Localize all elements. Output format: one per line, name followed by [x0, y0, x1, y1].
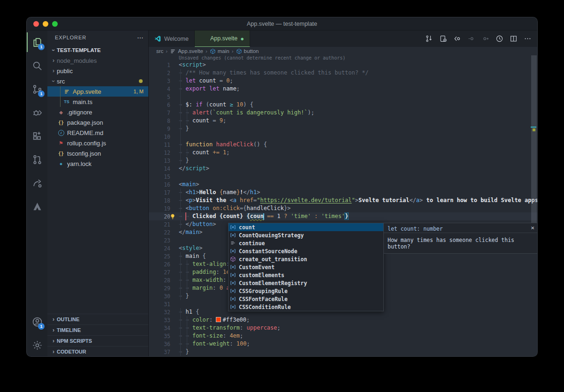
tree-item-main-ts[interactable]: TSmain.ts — [47, 97, 148, 107]
line-number: 30 — [149, 293, 170, 300]
activity-item-github-pull-requests-icon[interactable] — [27, 148, 47, 171]
tab-welcome[interactable]: Welcome — [149, 30, 195, 47]
scrollbar-thumb[interactable] — [531, 55, 537, 225]
yarn-file-icon: ● — [57, 161, 65, 166]
svelte-icon — [200, 35, 207, 42]
lightbulb-icon[interactable] — [169, 213, 176, 219]
tree-item--gitignore[interactable]: ◆.gitignore — [47, 107, 148, 117]
zoom-window-button[interactable] — [52, 21, 58, 27]
breadcrumb-item-button[interactable]: button — [236, 48, 259, 54]
line-number: 8 — [149, 118, 170, 124]
suggestion-continue[interactable]: continue — [229, 239, 383, 247]
tab-app-svelte[interactable]: App.svelte● — [195, 30, 250, 47]
tree-item-yarn-lock[interactable]: ●yarn.lock — [47, 158, 148, 169]
code-line-5[interactable]: 5 — [149, 93, 537, 101]
code-line-6[interactable]: 6→ $: if (count ≥ 10) { — [149, 101, 537, 109]
code-line-17[interactable]: 17→ <h1>Hello {name}!</h1> — [149, 188, 537, 196]
activity-item-azure-icon[interactable] — [27, 195, 47, 218]
code-line-1[interactable]: 1<script> — [149, 61, 537, 69]
code-line-36[interactable]: 36→ → font-weight: 100; — [149, 340, 537, 348]
close-icon[interactable]: × — [531, 224, 534, 231]
tree-item-node-modules[interactable]: ›node_modules — [47, 55, 148, 66]
file-label: public — [57, 68, 73, 75]
line-number: 9 — [149, 126, 170, 132]
color-swatch[interactable] — [216, 317, 221, 322]
code-line-4[interactable]: 4→ export let name; — [149, 85, 537, 93]
breadcrumb-item-app-svelte[interactable]: App.svelte — [170, 48, 203, 54]
activity-item-settings-icon[interactable] — [27, 333, 47, 357]
tree-item-src[interactable]: ›src — [47, 76, 148, 86]
tree-item-package-json[interactable]: {}package.json — [47, 117, 148, 128]
timeline-icon[interactable] — [493, 33, 505, 45]
previous-change-icon[interactable] — [465, 33, 477, 45]
code-line-12[interactable]: 12→ → count += 1; — [149, 149, 537, 157]
line-number: 25 — [149, 253, 170, 260]
code-line-13[interactable]: 13→ } — [149, 157, 537, 165]
code-line-11[interactable]: 11→ function handleClick() { — [149, 141, 537, 149]
code-line-15[interactable]: 15 — [149, 173, 537, 181]
explorer-more-actions-button[interactable]: ⋯ — [137, 34, 144, 41]
code-line-18[interactable]: 18→ <p>Visit the <a href="https://svelte… — [149, 196, 537, 204]
suggestion-create_out_transition[interactable]: create_out_transition — [229, 255, 383, 263]
activity-item-run-and-debug-icon[interactable] — [27, 101, 47, 124]
suggestion-count[interactable]: count — [229, 223, 383, 231]
sidebar-section-codetour[interactable]: ›CODETOUR — [47, 346, 148, 357]
code-line-9[interactable]: 9→ } — [149, 125, 537, 133]
activity-item-explorer-icon[interactable]: 1 — [27, 30, 47, 54]
breadcrumb-item-src[interactable]: src — [156, 48, 163, 54]
suggestion-cssconditionrule[interactable]: CSSConditionRule — [229, 303, 383, 311]
breadcrumb-item-main[interactable]: main — [210, 48, 229, 54]
suggestion-label: create_out_transition — [239, 256, 307, 263]
code-line-35[interactable]: 35→ → font-size: 4em; — [149, 332, 537, 340]
code-line-34[interactable]: 34→ → text-transform: uppercase; — [149, 324, 537, 332]
close-window-button[interactable] — [33, 21, 39, 27]
file-label: App.svelte — [73, 88, 101, 95]
tree-item-tsconfig-json[interactable]: {}tsconfig.json — [47, 148, 148, 158]
symbol-method-icon — [229, 256, 237, 262]
editor-scrollbar[interactable] — [531, 55, 537, 357]
tree-item-public[interactable]: ›public — [47, 66, 148, 76]
tree-item-rollup-config-js[interactable]: ⚑rollup.config.js — [47, 138, 148, 148]
sidebar-section-timeline[interactable]: ›TIMELINE — [47, 324, 148, 335]
code-line-20[interactable]: 20→ → Clicked {count} {coun == 1 ? 'time… — [149, 212, 537, 220]
activity-item-live-share-icon[interactable] — [27, 171, 47, 195]
suggestion-label: CSSConditionRule — [239, 304, 291, 310]
next-change-icon[interactable] — [479, 33, 491, 45]
activity-item-search-icon[interactable] — [27, 54, 47, 77]
suggestion-constantsourcenode[interactable]: ConstantSourceNode — [229, 247, 383, 255]
code-line-33[interactable]: 33→ → color: #ff3e00; — [149, 316, 537, 324]
tree-item-readme-md[interactable]: iREADME.md — [47, 128, 148, 138]
code-line-37[interactable]: 37→ } — [149, 348, 537, 356]
code-editor[interactable]: Unsaved changes (cannot determine recent… — [149, 55, 537, 357]
sidebar-section-outline[interactable]: ›OUTLINE — [47, 314, 148, 324]
suggestion-cssgroupingrule[interactable]: CSSGroupingRule — [229, 287, 383, 295]
code-line-19[interactable]: 19→ <button on:click={handleClick}> — [149, 204, 537, 212]
line-number: 34 — [149, 325, 170, 332]
suggestion-customelementregistry[interactable]: CustomElementRegistry — [229, 279, 383, 287]
suggestion-customelements[interactable]: customElements — [229, 271, 383, 279]
activity-item-extensions-icon[interactable] — [27, 124, 47, 148]
sidebar-section-npm-scripts[interactable]: ›NPM SCRIPTS — [47, 335, 148, 346]
minimize-window-button[interactable] — [43, 21, 48, 27]
code-line-8[interactable]: 8→ → count = 9; — [149, 117, 537, 125]
activity-item-source-control-icon[interactable]: 1 — [27, 77, 47, 101]
activity-item-accounts-icon[interactable]: 1 — [27, 310, 47, 333]
more-actions-icon[interactable] — [521, 33, 534, 45]
tree-item-app-svelte[interactable]: App.svelte1, M — [47, 86, 148, 97]
split-editor-icon[interactable] — [507, 33, 519, 45]
suggestion-cssfontfacerule[interactable]: CSSFontFaceRule — [229, 295, 383, 303]
suggestion-customevent[interactable]: CustomEvent — [229, 263, 383, 271]
code-line-14[interactable]: 14</script> — [149, 165, 537, 173]
codelens-annotation[interactable]: Unsaved changes (cannot determine recent… — [179, 55, 345, 60]
suggestion-countqueuingstrategy[interactable]: CountQueuingStrategy — [229, 231, 383, 239]
project-root-header[interactable]: › TEST-TEMPLATE — [47, 45, 148, 55]
compare-changes-icon[interactable] — [423, 33, 435, 45]
go-back-icon[interactable] — [451, 33, 463, 45]
code-line-7[interactable]: 7→ → alert(`count is dangerously high!`)… — [149, 109, 537, 117]
code-line-3[interactable]: 3→ let count = 0; — [149, 77, 537, 85]
breadcrumb-separator: › — [232, 48, 234, 54]
open-changes-icon[interactable] — [437, 33, 449, 45]
code-line-16[interactable]: 16<main> — [149, 181, 537, 188]
code-line-2[interactable]: 2→ /** How many times has someone clicke… — [149, 69, 537, 77]
code-line-10[interactable]: 10 — [149, 133, 537, 141]
